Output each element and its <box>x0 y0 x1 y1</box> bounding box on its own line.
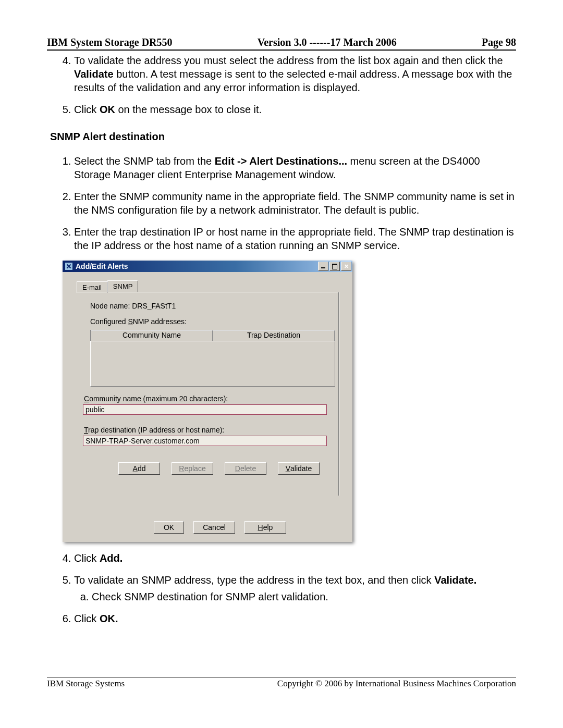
add-edit-alerts-dialog: Add/Edit Alerts ✕ E-mail SNMP Node name:… <box>63 261 352 542</box>
tab-email[interactable]: E-mail <box>77 281 107 293</box>
col-community-name[interactable]: Community Name <box>91 330 213 341</box>
trap-destination-input[interactable] <box>83 436 327 446</box>
snmp-step-1: Select the SNMP tab from the Edit -> Ale… <box>74 154 516 181</box>
configured-addresses-label: Configured SNMP addresses: <box>90 317 187 326</box>
dialog-titlebar[interactable]: Add/Edit Alerts ✕ <box>63 261 352 272</box>
snmp-step-5: To validate an SNMP address, type the ad… <box>74 573 516 603</box>
snmp-step-5a: Check SNMP destination for SNMP alert va… <box>92 590 516 603</box>
replace-button[interactable]: Replace <box>172 462 213 475</box>
header-center: Version 3.0 ------17 March 2006 <box>258 36 397 48</box>
delete-button[interactable]: Delete <box>225 462 266 475</box>
tab-snmp[interactable]: SNMP <box>107 280 139 292</box>
snmp-step-2: Enter the SNMP community name in the app… <box>74 190 516 217</box>
footer-left: IBM Storage Systems <box>47 678 125 689</box>
addresses-table-header: Community Name Trap Destination <box>90 330 335 341</box>
header-right: Page 98 <box>482 36 516 48</box>
validate-button[interactable]: Validate <box>278 462 320 475</box>
step-5: Click OK on the message box to close it. <box>74 103 516 116</box>
community-name-label: Community name (maximum 20 characters): <box>84 394 228 403</box>
node-name-label: Node name: DRS_FAStT1 <box>90 302 176 310</box>
snmp-step-6: Click OK. <box>74 612 516 625</box>
trap-destination-label: Trap destination (IP address or host nam… <box>84 426 224 434</box>
cancel-button[interactable]: Cancel <box>193 521 235 534</box>
add-button[interactable]: Add <box>118 462 160 475</box>
close-button[interactable]: ✕ <box>341 262 351 271</box>
maximize-button[interactable] <box>329 262 340 271</box>
snmp-step-4: Click Add. <box>74 551 516 565</box>
dialog-title: Add/Edit Alerts <box>76 262 128 270</box>
col-trap-destination[interactable]: Trap Destination <box>213 330 335 341</box>
community-name-input[interactable] <box>83 404 327 415</box>
footer-right: Copyright © 2006 by International Busine… <box>277 678 516 689</box>
addresses-table-body[interactable] <box>90 341 335 387</box>
page-footer: IBM Storage Systems Copyright © 2006 by … <box>47 677 516 689</box>
app-icon <box>65 263 72 270</box>
section-heading: SNMP Alert destination <box>50 131 516 143</box>
header-left: IBM System Storage DR550 <box>47 36 173 48</box>
minimize-button[interactable] <box>318 262 328 271</box>
help-button[interactable]: Help <box>244 521 286 534</box>
page-header: IBM System Storage DR550 Version 3.0 ---… <box>47 36 516 51</box>
ok-button[interactable]: OK <box>154 521 184 534</box>
step-4: To validate the address you must select … <box>74 54 516 94</box>
snmp-step-3: Enter the trap destination IP or host na… <box>74 225 516 252</box>
